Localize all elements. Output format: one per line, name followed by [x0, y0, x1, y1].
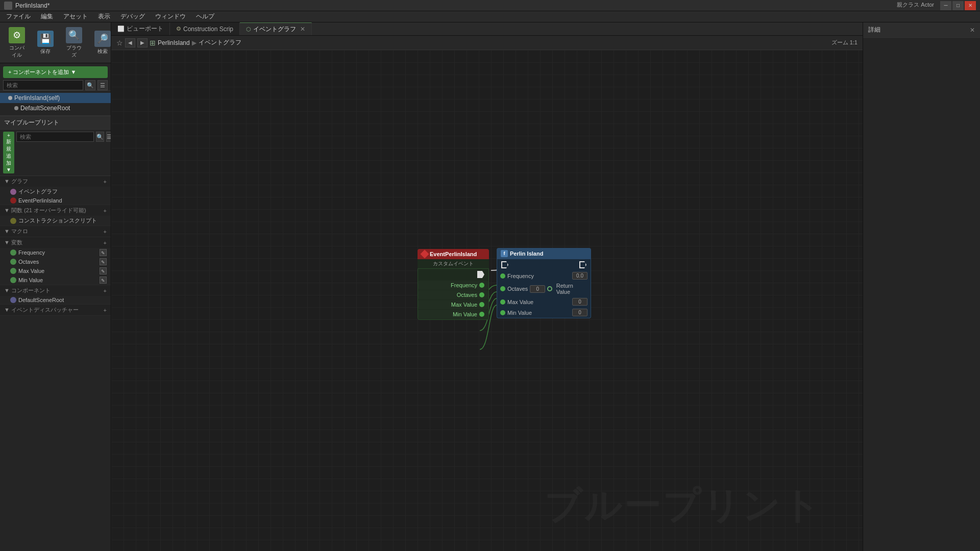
- maxvalue-edit-btn[interactable]: ✎: [100, 267, 107, 274]
- breadcrumb: ☆ ◀ ▶ ⊞ PerlinIsland ▶ イベントグラフ ズーム 1:1: [111, 36, 863, 50]
- mb-item-minvalue[interactable]: Min Value ✎: [0, 276, 111, 285]
- frequency-icon: [10, 249, 16, 256]
- compile-label: コンパイル: [7, 44, 27, 59]
- tab-construction[interactable]: ⚙ Construction Scrip: [170, 22, 240, 35]
- add-component-button[interactable]: + コンポーネントを追加 ▼: [3, 66, 108, 78]
- event-out-minvalue: Min Value: [418, 310, 488, 319]
- octaves-icon: [10, 259, 16, 265]
- maxvalue-out-label: Max Value: [451, 302, 477, 308]
- blueprint-canvas[interactable]: EventPerlinIsland カスタムイベント Frequency: [111, 50, 863, 551]
- detail-title: 詳細: [868, 26, 880, 34]
- exec-out-pin: [477, 271, 484, 278]
- component-search-icon[interactable]: 🔍: [85, 80, 95, 90]
- component-search-input[interactable]: [3, 80, 83, 90]
- func-pin-octaves: Octaves 0 Return Value: [497, 281, 591, 296]
- blueprint-watermark: ブループリント: [544, 482, 822, 531]
- event-out-octaves: Octaves: [418, 290, 488, 299]
- tab-close-icon[interactable]: ✕: [300, 26, 305, 33]
- event-graph-tab-icon: ⬡: [246, 26, 251, 33]
- max-in-pin: [500, 299, 505, 305]
- restore-button[interactable]: □: [952, 1, 964, 10]
- components-section-header[interactable]: ▼ コンポーネント +: [0, 285, 111, 296]
- favorite-icon[interactable]: ☆: [116, 39, 123, 47]
- component-search-row: 🔍 ☰: [3, 80, 108, 90]
- graph-section-header[interactable]: ▼ グラフ +: [0, 176, 111, 187]
- mb-item-event-perlin[interactable]: EventPerlinIsland: [0, 196, 111, 205]
- breadcrumb-sep: ▶: [192, 39, 197, 46]
- compile-button[interactable]: ⚙ コンパイル: [4, 25, 30, 61]
- back-button[interactable]: ◀: [125, 38, 135, 47]
- event-dispatchers-section: ▼ イベントディスパッチャー +: [0, 305, 111, 316]
- oct-in-label: Octaves: [507, 286, 528, 292]
- menu-asset[interactable]: アセット: [59, 11, 92, 22]
- func-pin-maxvalue: Max Value 0: [497, 296, 591, 307]
- minvalue-edit-btn[interactable]: ✎: [100, 277, 107, 284]
- components-add-btn[interactable]: +: [104, 288, 107, 294]
- macros-add-btn[interactable]: +: [104, 229, 107, 235]
- graph-section: ▼ グラフ + イベントグラフ EventPerlinIsland: [0, 176, 111, 205]
- return-val-label: Return Value: [556, 283, 585, 295]
- event-node[interactable]: EventPerlinIsland カスタムイベント Frequency: [418, 249, 489, 320]
- event-node-subtitle: カスタムイベント: [418, 259, 489, 268]
- variables-section-header[interactable]: ▼ 変数 +: [0, 237, 111, 248]
- functions-add-btn[interactable]: +: [104, 208, 107, 214]
- my-blueprint-panel: マイブループリント + 新規追加 ▼ 🔍 ☰ ▼ グラフ + イベントグラフ: [0, 116, 111, 551]
- detail-close-icon[interactable]: ✕: [970, 27, 975, 34]
- graph-add-btn[interactable]: +: [104, 179, 107, 185]
- tree-item-self[interactable]: PerlinIsland(self): [0, 93, 111, 103]
- event-node-title: EventPerlinIsland: [430, 251, 477, 257]
- blueprint-search-input[interactable]: [16, 132, 94, 142]
- save-button[interactable]: 💾 保存: [33, 29, 58, 57]
- mb-item-frequency[interactable]: Frequency ✎: [0, 248, 111, 257]
- tab-viewport[interactable]: ⬜ ビューポート: [111, 22, 170, 35]
- new-item-button[interactable]: + 新規追加 ▼: [3, 132, 14, 173]
- min-in-value: 0: [572, 309, 587, 316]
- menu-debug[interactable]: デバッグ: [116, 11, 149, 22]
- mb-item-event-graph[interactable]: イベントグラフ: [0, 187, 111, 196]
- frequency-edit-btn[interactable]: ✎: [100, 249, 107, 256]
- blueprint-filter-btn[interactable]: ☰: [106, 132, 111, 142]
- event-dispatchers-add-btn[interactable]: +: [104, 307, 107, 313]
- minimize-button[interactable]: ─: [940, 1, 951, 10]
- root-dot: [14, 106, 18, 110]
- close-button[interactable]: ✕: [965, 1, 976, 10]
- minvalue-out-label: Min Value: [453, 311, 477, 317]
- tree-item-root[interactable]: DefaultSceneRoot: [0, 103, 111, 113]
- titlebar: PerlinIsland* 親クラス Actor ─ □ ✕: [0, 0, 980, 11]
- breadcrumb-graph[interactable]: イベントグラフ: [199, 38, 241, 47]
- save-label: 保存: [40, 48, 51, 55]
- forward-button[interactable]: ▶: [137, 38, 148, 47]
- compile-icon: ⚙: [9, 27, 25, 43]
- functions-label: ▼ 関数 (21 オーバーライド可能): [4, 207, 86, 214]
- freq-in-value: 0.0: [572, 272, 587, 280]
- functions-section-header[interactable]: ▼ 関数 (21 オーバーライド可能) +: [0, 205, 111, 216]
- mb-item-maxvalue[interactable]: Max Value ✎: [0, 266, 111, 276]
- func-pin-frequency: Frequency 0.0: [497, 270, 591, 281]
- variables-add-btn[interactable]: +: [104, 240, 107, 246]
- octaves-edit-btn[interactable]: ✎: [100, 258, 107, 265]
- maxvalue-icon: [10, 268, 16, 274]
- menu-help[interactable]: ヘルプ: [192, 11, 218, 22]
- blueprint-search-btn[interactable]: 🔍: [96, 132, 104, 142]
- minvalue-out-pin: [479, 312, 484, 317]
- menu-file[interactable]: ファイル: [2, 11, 35, 22]
- browse-button[interactable]: 🔍 ブラウズ: [61, 25, 87, 61]
- menubar: ファイル 編集 アセット 表示 デバッグ ウィンドウ ヘルプ: [0, 11, 980, 22]
- func-node[interactable]: f Perlin Island Frequency 0.0: [497, 248, 591, 318]
- menu-view[interactable]: 表示: [94, 11, 114, 22]
- macros-section-header[interactable]: ▼ マクロ +: [0, 226, 111, 237]
- menu-window[interactable]: ウィンドウ: [151, 11, 190, 22]
- mb-item-octaves[interactable]: Octaves ✎: [0, 257, 111, 266]
- tab-event-graph[interactable]: ⬡ イベントグラフ ✕: [240, 22, 312, 35]
- mb-item-construction[interactable]: コンストラクションスクリプト: [0, 216, 111, 226]
- macros-section: ▼ マクロ +: [0, 226, 111, 237]
- detail-header: 詳細 ✕: [863, 22, 980, 38]
- defaultsceneroot-icon: [10, 297, 16, 303]
- octaves-out-label: Octaves: [457, 292, 477, 298]
- event-outputs: Frequency Octaves Max Value Min Value: [418, 268, 489, 320]
- breadcrumb-project[interactable]: PerlinIsland: [158, 39, 190, 46]
- component-filter-icon[interactable]: ☰: [97, 80, 108, 90]
- menu-edit[interactable]: 編集: [37, 11, 57, 22]
- event-dispatchers-header[interactable]: ▼ イベントディスパッチャー +: [0, 305, 111, 315]
- mb-item-defaultsceneroot[interactable]: DefaultSceneRoot: [0, 296, 111, 304]
